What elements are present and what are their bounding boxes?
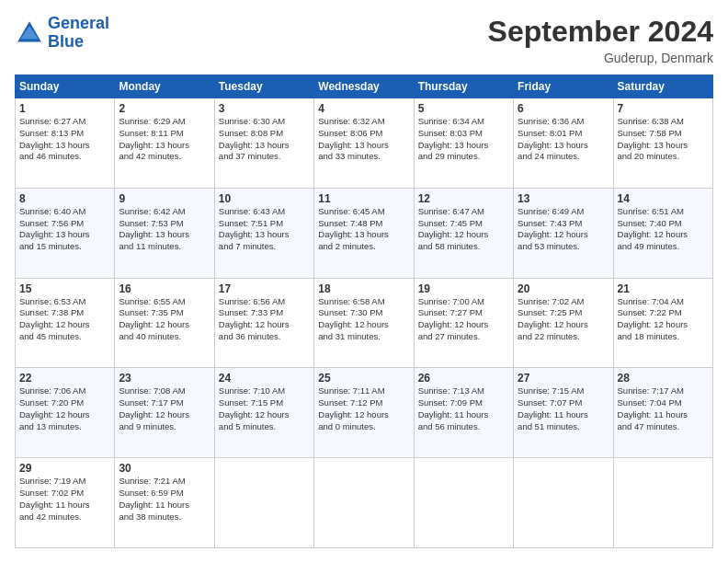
day-info: Sunrise: 7:11 AMSunset: 7:12 PMDaylight:… [318, 385, 409, 432]
day-number: 10 [219, 192, 310, 205]
day-number: 2 [119, 102, 210, 115]
day-info: Sunrise: 6:43 AMSunset: 7:51 PMDaylight:… [219, 206, 310, 253]
table-row: 21Sunrise: 7:04 AMSunset: 7:22 PMDayligh… [613, 278, 712, 368]
table-row: 8Sunrise: 6:40 AMSunset: 7:56 PMDaylight… [16, 188, 115, 278]
day-info: Sunrise: 6:30 AMSunset: 8:08 PMDaylight:… [219, 116, 310, 163]
table-row: 9Sunrise: 6:42 AMSunset: 7:53 PMDaylight… [115, 188, 214, 278]
table-row: 19Sunrise: 7:00 AMSunset: 7:27 PMDayligh… [414, 278, 513, 368]
table-row: 24Sunrise: 7:10 AMSunset: 7:15 PMDayligh… [214, 368, 313, 458]
month-title: September 2024 [488, 15, 713, 49]
col-monday: Monday [115, 75, 214, 98]
table-row: 25Sunrise: 7:11 AMSunset: 7:12 PMDayligh… [314, 368, 414, 458]
day-info: Sunrise: 7:06 AMSunset: 7:20 PMDaylight:… [19, 385, 110, 432]
day-number: 24 [219, 372, 310, 385]
day-info: Sunrise: 6:51 AMSunset: 7:40 PMDaylight:… [618, 206, 709, 253]
table-row: 11Sunrise: 6:45 AMSunset: 7:48 PMDayligh… [314, 188, 414, 278]
table-row: 29Sunrise: 7:19 AMSunset: 7:02 PMDayligh… [16, 458, 115, 548]
location: Guderup, Denmark [488, 51, 713, 65]
day-number: 6 [518, 102, 609, 115]
table-row: 30Sunrise: 7:21 AMSunset: 6:59 PMDayligh… [115, 458, 214, 548]
logo: General Blue [15, 15, 109, 52]
day-number: 13 [518, 192, 609, 205]
day-info: Sunrise: 6:47 AMSunset: 7:45 PMDaylight:… [418, 206, 509, 253]
day-number: 30 [119, 462, 210, 475]
day-number: 28 [618, 372, 709, 385]
table-row [514, 458, 613, 548]
day-info: Sunrise: 6:32 AMSunset: 8:06 PMDaylight:… [318, 116, 409, 163]
day-info: Sunrise: 6:45 AMSunset: 7:48 PMDaylight:… [318, 206, 409, 253]
table-row: 13Sunrise: 6:49 AMSunset: 7:43 PMDayligh… [514, 188, 613, 278]
table-row: 5Sunrise: 6:34 AMSunset: 8:03 PMDaylight… [414, 98, 513, 189]
day-number: 14 [618, 192, 709, 205]
table-row [314, 458, 414, 548]
table-row: 22Sunrise: 7:06 AMSunset: 7:20 PMDayligh… [16, 368, 115, 458]
calendar-table: Sunday Monday Tuesday Wednesday Thursday… [15, 75, 713, 548]
day-number: 18 [318, 282, 409, 295]
table-row: 2Sunrise: 6:29 AMSunset: 8:11 PMDaylight… [115, 98, 214, 189]
table-row: 28Sunrise: 7:17 AMSunset: 7:04 PMDayligh… [613, 368, 712, 458]
header: General Blue September 2024 Guderup, Den… [15, 15, 713, 65]
table-row: 12Sunrise: 6:47 AMSunset: 7:45 PMDayligh… [414, 188, 513, 278]
day-number: 19 [418, 282, 509, 295]
calendar-week-row: 22Sunrise: 7:06 AMSunset: 7:20 PMDayligh… [16, 368, 713, 458]
day-info: Sunrise: 7:02 AMSunset: 7:25 PMDaylight:… [518, 296, 609, 343]
day-info: Sunrise: 6:49 AMSunset: 7:43 PMDaylight:… [518, 206, 609, 253]
col-friday: Friday [514, 75, 613, 98]
table-row: 20Sunrise: 7:02 AMSunset: 7:25 PMDayligh… [514, 278, 613, 368]
day-number: 1 [19, 102, 110, 115]
table-row: 26Sunrise: 7:13 AMSunset: 7:09 PMDayligh… [414, 368, 513, 458]
col-saturday: Saturday [613, 75, 712, 98]
day-info: Sunrise: 7:00 AMSunset: 7:27 PMDaylight:… [418, 296, 509, 343]
day-number: 3 [219, 102, 310, 115]
page: General Blue September 2024 Guderup, Den… [0, 0, 728, 563]
day-info: Sunrise: 7:17 AMSunset: 7:04 PMDaylight:… [618, 385, 709, 432]
day-info: Sunrise: 6:42 AMSunset: 7:53 PMDaylight:… [119, 206, 210, 253]
day-info: Sunrise: 6:36 AMSunset: 8:01 PMDaylight:… [518, 116, 609, 163]
title-area: September 2024 Guderup, Denmark [488, 15, 713, 65]
day-info: Sunrise: 6:27 AMSunset: 8:13 PMDaylight:… [19, 116, 110, 163]
day-number: 17 [219, 282, 310, 295]
day-number: 8 [19, 192, 110, 205]
day-number: 16 [119, 282, 210, 295]
day-number: 5 [418, 102, 509, 115]
table-row [414, 458, 513, 548]
col-tuesday: Tuesday [214, 75, 313, 98]
table-row: 15Sunrise: 6:53 AMSunset: 7:38 PMDayligh… [16, 278, 115, 368]
day-info: Sunrise: 6:29 AMSunset: 8:11 PMDaylight:… [119, 116, 210, 163]
day-info: Sunrise: 7:13 AMSunset: 7:09 PMDaylight:… [418, 385, 509, 432]
col-wednesday: Wednesday [314, 75, 414, 98]
table-row: 14Sunrise: 6:51 AMSunset: 7:40 PMDayligh… [613, 188, 712, 278]
day-number: 27 [518, 372, 609, 385]
table-row: 3Sunrise: 6:30 AMSunset: 8:08 PMDaylight… [214, 98, 313, 189]
day-number: 4 [318, 102, 409, 115]
calendar-week-row: 29Sunrise: 7:19 AMSunset: 7:02 PMDayligh… [16, 458, 713, 548]
col-thursday: Thursday [414, 75, 513, 98]
calendar-week-row: 8Sunrise: 6:40 AMSunset: 7:56 PMDaylight… [16, 188, 713, 278]
day-number: 29 [19, 462, 110, 475]
day-info: Sunrise: 6:55 AMSunset: 7:35 PMDaylight:… [119, 296, 210, 343]
table-row: 23Sunrise: 7:08 AMSunset: 7:17 PMDayligh… [115, 368, 214, 458]
table-row: 4Sunrise: 6:32 AMSunset: 8:06 PMDaylight… [314, 98, 414, 189]
day-number: 11 [318, 192, 409, 205]
table-row: 17Sunrise: 6:56 AMSunset: 7:33 PMDayligh… [214, 278, 313, 368]
table-row: 10Sunrise: 6:43 AMSunset: 7:51 PMDayligh… [214, 188, 313, 278]
day-number: 22 [19, 372, 110, 385]
day-number: 15 [19, 282, 110, 295]
day-info: Sunrise: 7:21 AMSunset: 6:59 PMDaylight:… [119, 476, 210, 523]
col-sunday: Sunday [16, 75, 115, 98]
calendar-week-row: 1Sunrise: 6:27 AMSunset: 8:13 PMDaylight… [16, 98, 713, 189]
day-info: Sunrise: 7:04 AMSunset: 7:22 PMDaylight:… [618, 296, 709, 343]
table-row [214, 458, 313, 548]
calendar-header-row: Sunday Monday Tuesday Wednesday Thursday… [16, 75, 713, 98]
day-info: Sunrise: 7:08 AMSunset: 7:17 PMDaylight:… [119, 385, 210, 432]
day-number: 23 [119, 372, 210, 385]
day-number: 9 [119, 192, 210, 205]
day-number: 25 [318, 372, 409, 385]
day-number: 26 [418, 372, 509, 385]
day-info: Sunrise: 7:10 AMSunset: 7:15 PMDaylight:… [219, 385, 310, 432]
table-row: 7Sunrise: 6:38 AMSunset: 7:58 PMDaylight… [613, 98, 712, 189]
table-row: 6Sunrise: 6:36 AMSunset: 8:01 PMDaylight… [514, 98, 613, 189]
day-info: Sunrise: 6:34 AMSunset: 8:03 PMDaylight:… [418, 116, 509, 163]
table-row: 1Sunrise: 6:27 AMSunset: 8:13 PMDaylight… [16, 98, 115, 189]
table-row: 16Sunrise: 6:55 AMSunset: 7:35 PMDayligh… [115, 278, 214, 368]
